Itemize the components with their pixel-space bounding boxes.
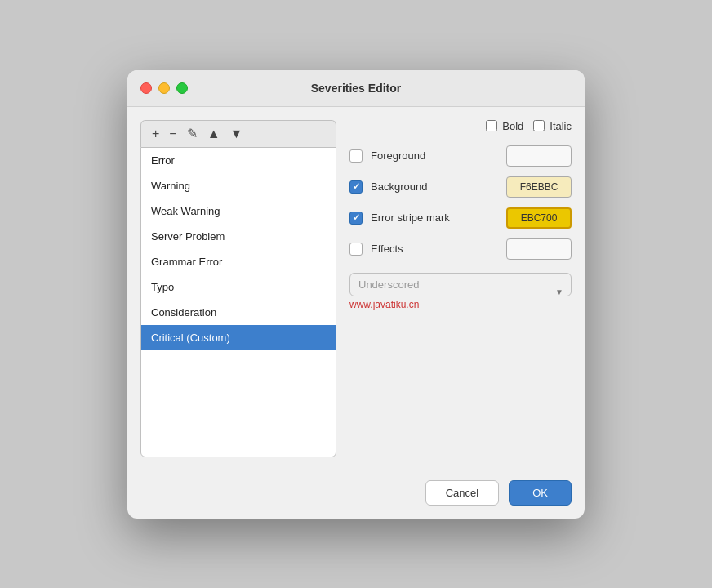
effects-row: Effects xyxy=(349,238,572,260)
foreground-color-swatch[interactable] xyxy=(506,145,572,167)
bold-label: Bold xyxy=(502,120,523,132)
list-item[interactable]: Consideration xyxy=(141,300,336,325)
list-item[interactable]: Grammar Error xyxy=(141,249,336,274)
move-up-button[interactable]: ▲ xyxy=(203,126,225,142)
italic-label: Italic xyxy=(550,120,572,132)
italic-checkbox-label[interactable]: Italic xyxy=(533,120,572,132)
error-stripe-checkbox[interactable] xyxy=(349,212,363,225)
error-stripe-hex-value: EBC700 xyxy=(521,212,558,224)
background-label: Background xyxy=(371,180,498,193)
error-stripe-label: Error stripe mark xyxy=(371,212,498,224)
effects-label: Effects xyxy=(371,243,498,255)
main-content: + − ✎ ▲ ▼ Error Warning Weak Warning Ser… xyxy=(127,107,585,470)
foreground-row: Foreground xyxy=(349,145,572,167)
severity-list: Error Warning Weak Warning Server Proble… xyxy=(140,147,336,457)
effects-checkbox[interactable] xyxy=(349,243,363,256)
maximize-button[interactable] xyxy=(176,82,188,94)
window-controls xyxy=(140,82,188,94)
left-panel: + − ✎ ▲ ▼ Error Warning Weak Warning Ser… xyxy=(140,120,336,457)
list-item[interactable]: Warning xyxy=(141,173,336,198)
right-panel: Bold Italic Foreground Background F6EBBC xyxy=(349,120,572,457)
dialog-title: Severities Editor xyxy=(311,82,402,95)
effects-type-dropdown-wrapper: Underscored Bold Underscored Underwaved … xyxy=(349,273,572,311)
bold-checkbox[interactable] xyxy=(486,120,497,131)
background-checkbox[interactable] xyxy=(349,180,363,194)
close-button[interactable] xyxy=(140,82,152,94)
error-stripe-color-swatch[interactable]: EBC700 xyxy=(506,207,572,229)
select-wrapper: Underscored Bold Underscored Underwaved … xyxy=(349,273,572,311)
background-row: Background F6EBBC xyxy=(349,176,572,198)
italic-checkbox[interactable] xyxy=(533,120,545,131)
background-color-swatch[interactable]: F6EBBC xyxy=(506,176,572,198)
cancel-button[interactable]: Cancel xyxy=(425,480,499,506)
minimize-button[interactable] xyxy=(158,82,170,94)
dialog-footer: Cancel OK xyxy=(127,470,585,519)
list-item[interactable]: Weak Warning xyxy=(141,198,336,224)
list-item[interactable]: Server Problem xyxy=(141,224,336,249)
background-hex-value: F6EBBC xyxy=(520,181,558,193)
foreground-checkbox[interactable] xyxy=(349,149,363,163)
edit-severity-button[interactable]: ✎ xyxy=(183,126,202,142)
bold-checkbox-label[interactable]: Bold xyxy=(486,120,523,132)
severities-editor-dialog: Severities Editor + − ✎ ▲ ▼ Error Warnin… xyxy=(127,70,585,519)
list-toolbar: + − ✎ ▲ ▼ xyxy=(140,120,336,147)
list-item[interactable]: Error xyxy=(141,148,336,173)
style-options-row: Bold Italic xyxy=(349,120,572,136)
move-down-button[interactable]: ▼ xyxy=(226,126,247,142)
remove-severity-button[interactable]: − xyxy=(165,126,180,142)
watermark-text: www.javatiku.cn xyxy=(349,299,419,310)
effects-color-swatch[interactable] xyxy=(506,238,572,260)
effects-type-select[interactable]: Underscored Bold Underscored Underwaved … xyxy=(349,273,572,296)
ok-button[interactable]: OK xyxy=(509,480,572,506)
list-item[interactable]: Typo xyxy=(141,274,336,300)
list-item-selected[interactable]: Critical (Custom) xyxy=(141,325,336,350)
add-severity-button[interactable]: + xyxy=(148,126,163,142)
title-bar: Severities Editor xyxy=(127,70,585,107)
foreground-label: Foreground xyxy=(371,149,498,162)
error-stripe-row: Error stripe mark EBC700 xyxy=(349,207,572,229)
